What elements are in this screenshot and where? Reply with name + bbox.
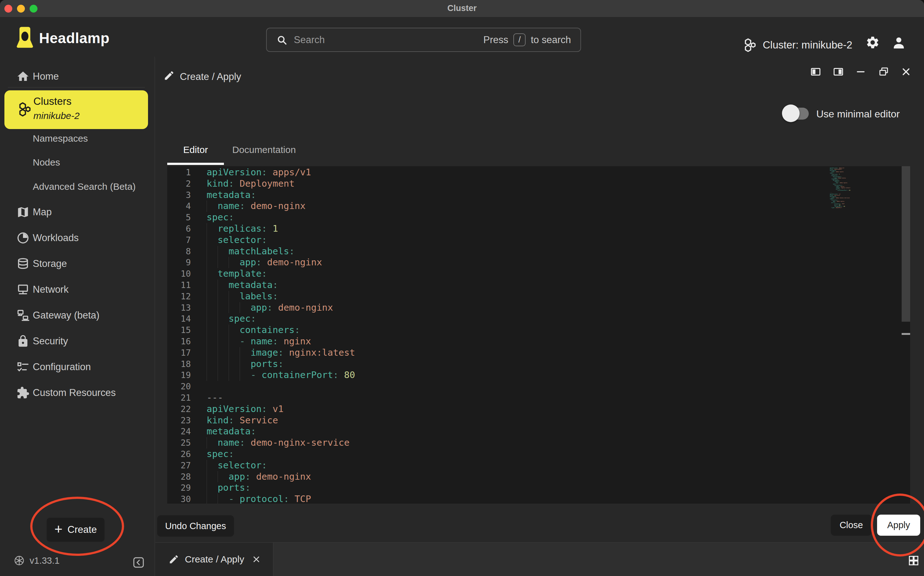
create-button[interactable]: + Create (47, 518, 104, 542)
code-line: 30- protocol: TCP (167, 494, 910, 504)
pencil-icon (164, 70, 175, 81)
tab-editor[interactable]: Editor (167, 137, 224, 163)
sidebar-item-label: Gateway (beta) (33, 310, 99, 321)
code-line: 6replicas: 1 (167, 223, 910, 235)
hint-press: Press (483, 34, 508, 46)
search-icon (276, 34, 288, 46)
code-line: 25name: demo-nginx-service (167, 437, 910, 448)
editor-scrollbar-marker (902, 333, 910, 335)
code-line: 15containers: (167, 325, 910, 336)
code-line: 12labels: (167, 291, 910, 302)
code-line: 21--- (167, 392, 910, 403)
sidebar-item-label: Workloads (33, 232, 79, 244)
sidebar: Home Clusters minikube-2 Namespaces Node… (0, 57, 155, 576)
sidebar-item-clusters-selected[interactable]: Clusters minikube-2 (5, 90, 148, 129)
tab-documentation[interactable]: Documentation (224, 137, 304, 163)
sidebar-item-namespaces[interactable]: Namespaces (33, 133, 88, 147)
hint-suffix: to search (531, 34, 571, 46)
search-shortcut-hint: Press / to search (483, 28, 571, 51)
sidebar-item-label: Map (33, 206, 51, 218)
apply-button[interactable]: Apply (877, 515, 920, 536)
map-icon (16, 206, 30, 219)
code-line: 8matchLabels: (167, 246, 910, 257)
sidebar-item-custom-resources[interactable]: Custom Resources (0, 384, 155, 402)
code-line: 16- name: nginx (167, 336, 910, 347)
code-line: 1apiVersion: apps/v1 (167, 167, 910, 178)
code-line: 29ports: (167, 482, 910, 494)
bottom-tab-label: Create / Apply (185, 554, 244, 565)
minimal-editor-label: Use minimal editor (816, 108, 900, 120)
active-tab-indicator (167, 163, 224, 165)
bottom-tab-bar: Create / Apply (155, 542, 924, 576)
dock-right-icon[interactable] (833, 66, 844, 77)
cluster-version: v1.33.1 (14, 555, 59, 566)
home-icon (16, 70, 30, 83)
headlamp-logo-icon (16, 26, 34, 49)
cluster-selector[interactable]: Cluster: minikube-2 (743, 34, 852, 56)
search-input[interactable]: Search Press / to search (266, 28, 581, 52)
network-icon (16, 283, 30, 296)
close-tab-icon[interactable] (252, 555, 260, 563)
editor-minimap[interactable]: apiVersion: apps/v1kind: Deploymentmetad… (830, 168, 901, 208)
sidebar-item-security[interactable]: Security (0, 332, 155, 350)
sidebar-item-storage[interactable]: Storage (0, 255, 155, 273)
app-header: Headlamp Search Press / to search (0, 17, 924, 57)
code-line: 23kind: Service (167, 415, 910, 426)
close-panel-icon[interactable] (900, 66, 912, 77)
sidebar-item-home[interactable]: Home (0, 68, 155, 85)
sidebar-item-workloads[interactable]: Workloads (0, 229, 155, 247)
sidebar-item-nodes[interactable]: Nodes (33, 157, 60, 171)
sidebar-item-network[interactable]: Network (0, 281, 155, 298)
search-placeholder: Search (294, 34, 325, 46)
clusters-hexagons-icon (18, 102, 33, 117)
create-button-label: Create (67, 524, 97, 535)
code-line: 19- containerPort: 80 (167, 370, 910, 381)
lock-icon (16, 334, 30, 348)
logo-text: Headlamp (39, 30, 110, 46)
sidebar-item-label: Storage (33, 258, 67, 269)
workloads-icon (16, 231, 30, 245)
clusters-label: Clusters (34, 95, 72, 107)
code-line: 22apiVersion: v1 (167, 403, 910, 415)
user-account-icon[interactable] (891, 35, 906, 50)
sidebar-item-gateway[interactable]: Gateway (beta) (0, 307, 155, 324)
code-line: 3metadata: (167, 189, 910, 201)
clusters-current-cluster: minikube-2 (34, 110, 80, 121)
sidebar-collapse-icon[interactable] (133, 557, 144, 568)
plus-icon: + (55, 521, 63, 537)
code-line: 20 (167, 381, 910, 392)
sidebar-item-label: Security (33, 336, 68, 347)
code-line: 4name: demo-nginx (167, 200, 910, 212)
minimize-icon[interactable] (855, 66, 866, 77)
kubernetes-icon (14, 555, 24, 566)
sidebar-item-advanced-search[interactable]: Advanced Search (Beta) (33, 181, 136, 195)
version-label: v1.33.1 (30, 555, 59, 566)
pencil-icon (168, 554, 179, 565)
grid-layout-icon[interactable] (908, 555, 919, 566)
code-line: 14spec: (167, 313, 910, 325)
code-line: 24metadata: (167, 426, 910, 437)
code-lines: 1apiVersion: apps/v12kind: Deployment3me… (167, 167, 910, 504)
settings-gear-icon[interactable] (865, 35, 880, 50)
cluster-hexagons-icon (743, 38, 758, 52)
undo-changes-button[interactable]: Undo Changes (157, 515, 234, 537)
sidebar-divider (8, 87, 145, 88)
sidebar-item-configuration[interactable]: Configuration (0, 358, 155, 376)
code-line: 17image: nginx:latest (167, 347, 910, 358)
dock-left-icon[interactable] (810, 66, 821, 77)
code-line: 27selector: (167, 460, 910, 471)
code-line: 9app: demo-nginx (167, 257, 910, 268)
panel-title: Create / Apply (180, 71, 241, 82)
gateway-icon (16, 309, 30, 322)
close-button[interactable]: Close (831, 515, 872, 536)
sidebar-item-map[interactable]: Map (0, 203, 155, 221)
editor-scrollbar-thumb[interactable] (902, 166, 910, 322)
minimal-editor-toggle-knob[interactable] (782, 104, 800, 122)
slash-keycap: / (513, 34, 526, 46)
maximize-duplicate-icon[interactable] (878, 66, 889, 77)
bottom-tab-create-apply[interactable]: Create / Apply (155, 542, 273, 576)
sidebar-item-label: Configuration (33, 362, 91, 373)
storage-icon (16, 257, 30, 270)
yaml-editor[interactable]: 1apiVersion: apps/v12kind: Deployment3me… (167, 166, 910, 504)
code-line: 11metadata: (167, 280, 910, 291)
